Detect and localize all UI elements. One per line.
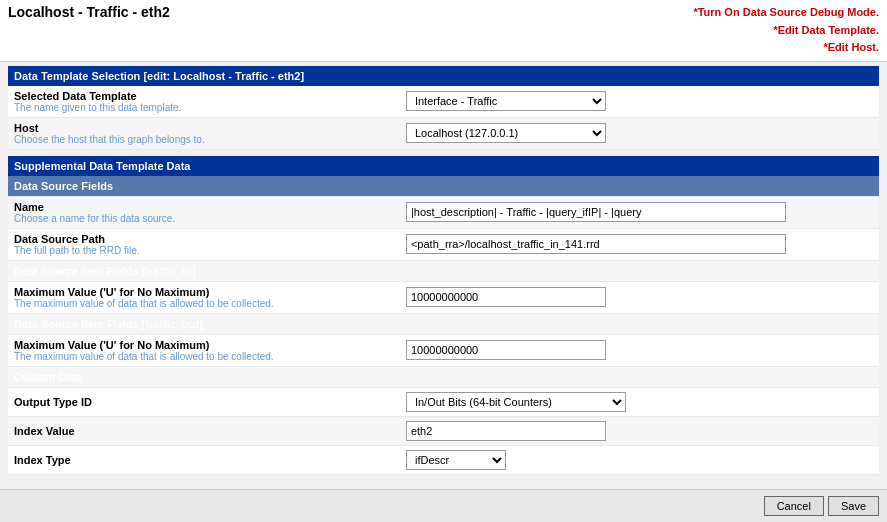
header-links: *Turn On Data Source Debug Mode. *Edit D… — [693, 4, 879, 57]
data-source-path-desc: The full path to the RRD file. — [14, 245, 394, 256]
host-select[interactable]: Localhost (127.0.0.1) — [406, 123, 606, 143]
name-label: Name — [14, 201, 394, 213]
traffic-out-header: Data Source Item Fields [traffic_out] — [8, 313, 879, 334]
supplemental-section-header: Supplemental Data Template Data — [8, 156, 879, 176]
index-type-select[interactable]: ifDescr — [406, 450, 506, 470]
page-title: Localhost - Traffic - eth2 — [8, 4, 170, 20]
max-value-out-label: Maximum Value ('U' for No Maximum) — [14, 339, 394, 351]
host-desc: Choose the host that this graph belongs … — [14, 134, 394, 145]
edit-template-link[interactable]: *Edit Data Template. — [693, 22, 879, 40]
output-type-label: Output Type ID — [14, 396, 394, 408]
data-template-section-header: Data Template Selection [edit: Localhost… — [8, 66, 879, 86]
traffic-in-header: Data Source Item Fields [traffic_in] — [8, 260, 879, 281]
max-value-in-desc: The maximum value of data that is allowe… — [14, 298, 394, 309]
max-value-out-input[interactable] — [406, 340, 606, 360]
selected-data-template-desc: The name given to this data template. — [14, 102, 394, 113]
debug-mode-link[interactable]: *Turn On Data Source Debug Mode. — [693, 4, 879, 22]
cancel-button[interactable]: Cancel — [764, 496, 824, 516]
max-value-out-desc: The maximum value of data that is allowe… — [14, 351, 394, 362]
data-source-fields-header: Data Source Fields — [8, 176, 879, 197]
selected-data-template-label: Selected Data Template — [14, 90, 394, 102]
edit-host-link[interactable]: *Edit Host. — [693, 39, 879, 57]
max-value-in-label: Maximum Value ('U' for No Maximum) — [14, 286, 394, 298]
data-source-path-label: Data Source Path — [14, 233, 394, 245]
footer-bar: Cancel Save — [0, 489, 887, 522]
index-value-input[interactable] — [406, 421, 606, 441]
index-type-label: Index Type — [14, 454, 394, 466]
custom-data-header: Custom Data — [8, 366, 879, 387]
selected-data-template-select[interactable]: Interface - Traffic — [406, 91, 606, 111]
save-button[interactable]: Save — [828, 496, 879, 516]
data-source-path-input[interactable] — [406, 234, 786, 254]
index-value-label: Index Value — [14, 425, 394, 437]
name-desc: Choose a name for this data source. — [14, 213, 394, 224]
output-type-select[interactable]: In/Out Bits (64-bit Counters) — [406, 392, 626, 412]
page-header: Localhost - Traffic - eth2 *Turn On Data… — [0, 0, 887, 62]
host-label: Host — [14, 122, 394, 134]
max-value-in-input[interactable] — [406, 287, 606, 307]
name-input[interactable] — [406, 202, 786, 222]
